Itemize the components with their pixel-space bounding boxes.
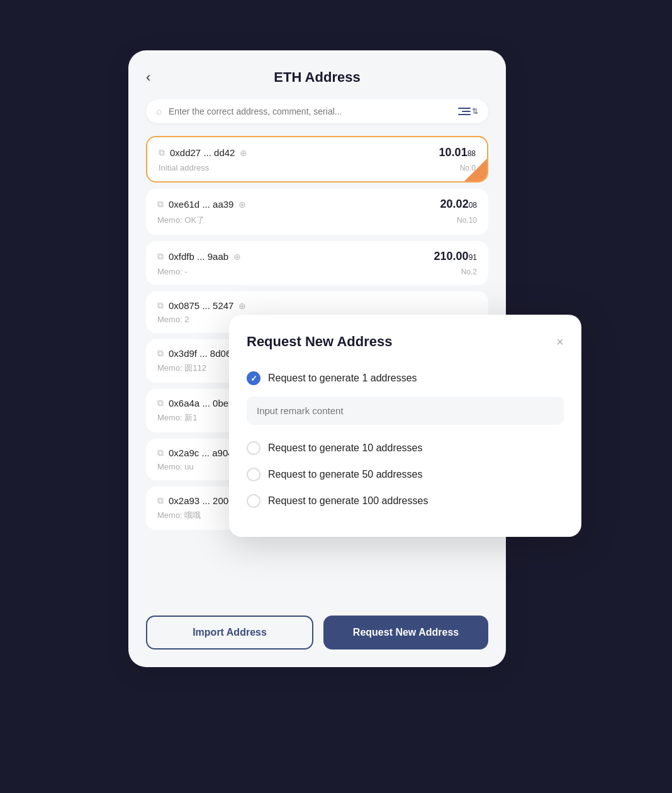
search-addr-icon[interactable]: ⊕: [240, 148, 247, 158]
address-item-1[interactable]: ⧉ 0xdd27 ... dd42 ⊕ 10.0188 Initial addr…: [146, 136, 488, 183]
filter-icon: [458, 108, 471, 115]
copy-icon[interactable]: ⧉: [159, 147, 165, 158]
search-addr-icon[interactable]: ⊕: [238, 301, 246, 311]
copy-icon[interactable]: ⧉: [157, 348, 164, 359]
address-memo: Memo: 圆112: [157, 363, 206, 374]
address-text: 0x3d9f ... 8d06: [169, 348, 231, 359]
radio-label-1: Request to generate 1 addresses: [268, 373, 417, 384]
copy-icon[interactable]: ⧉: [157, 300, 164, 311]
import-address-button[interactable]: Import Address: [146, 616, 313, 650]
copy-icon[interactable]: ⧉: [157, 447, 164, 458]
radio-option-4[interactable]: Request to generate 100 addresses: [247, 488, 564, 514]
back-button[interactable]: ‹: [146, 70, 150, 84]
address-text: 0x0875 ... 5247: [169, 300, 233, 311]
search-bar: ⌕ ⇅: [146, 99, 488, 123]
copy-icon[interactable]: ⧉: [157, 495, 164, 506]
address-no: No.2: [461, 267, 477, 276]
address-memo: Memo: 哦哦: [157, 510, 201, 521]
address-text: 0x2a9c ... a904: [169, 447, 233, 458]
address-memo: Memo: 新1: [157, 412, 198, 424]
radio-label-2: Request to generate 10 addresses: [268, 442, 423, 454]
address-text: 0xfdfb ... 9aab: [169, 251, 228, 262]
search-addr-icon[interactable]: ⊕: [238, 200, 246, 210]
address-no: No.0: [460, 164, 476, 172]
radio-option-3[interactable]: Request to generate 50 addresses: [247, 461, 564, 488]
address-memo: Initial address: [159, 163, 209, 172]
modal-close-button[interactable]: ×: [556, 335, 564, 348]
modal-title: Request New Address: [247, 334, 392, 350]
page-title: ETH Address: [274, 69, 360, 86]
radio-circle-1: [247, 371, 260, 385]
filter-button[interactable]: ⇅: [458, 107, 478, 116]
request-new-address-button[interactable]: Request New Address: [323, 616, 488, 650]
radio-circle-2: [247, 441, 260, 455]
address-amount: 20.0208: [440, 198, 477, 211]
header: ‹ ETH Address: [146, 69, 488, 86]
address-text: 0xe61d ... aa39: [169, 199, 233, 210]
address-text: 0x6a4a ... 0be3: [169, 398, 233, 408]
address-item-3[interactable]: ⧉ 0xfdfb ... 9aab ⊕ 210.0091 Memo: - No.…: [146, 241, 488, 285]
address-memo: Memo: uu: [157, 462, 194, 471]
search-input[interactable]: [169, 106, 452, 116]
remark-input[interactable]: [247, 396, 564, 425]
search-addr-icon[interactable]: ⊕: [233, 252, 241, 262]
bottom-buttons: Import Address Request New Address: [146, 616, 488, 650]
modal-header: Request New Address ×: [247, 334, 564, 350]
address-no: No.10: [457, 216, 477, 225]
address-memo: Memo: OK了: [157, 215, 204, 226]
address-item-2[interactable]: ⧉ 0xe61d ... aa39 ⊕ 20.0208 Memo: OK了 No…: [146, 189, 488, 235]
radio-circle-4: [247, 494, 260, 508]
copy-icon[interactable]: ⧉: [157, 199, 164, 210]
request-new-address-modal: Request New Address × Request to generat…: [229, 315, 581, 537]
address-text: 0xdd27 ... dd42: [170, 147, 235, 158]
address-amount: 210.0091: [434, 250, 477, 263]
copy-icon[interactable]: ⧉: [157, 398, 164, 408]
search-icon: ⌕: [156, 106, 162, 117]
address-text: 0x2a93 ... 2006: [169, 495, 233, 506]
copy-icon[interactable]: ⧉: [157, 251, 164, 262]
radio-label-3: Request to generate 50 addresses: [268, 469, 423, 480]
radio-option-1[interactable]: Request to generate 1 addresses: [247, 365, 564, 391]
radio-circle-3: [247, 468, 260, 481]
radio-label-4: Request to generate 100 addresses: [268, 495, 428, 507]
address-memo: Memo: -: [157, 267, 188, 276]
radio-option-2[interactable]: Request to generate 10 addresses: [247, 435, 564, 461]
address-amount: 10.0188: [439, 146, 476, 159]
address-memo: Memo: 2: [157, 315, 189, 324]
